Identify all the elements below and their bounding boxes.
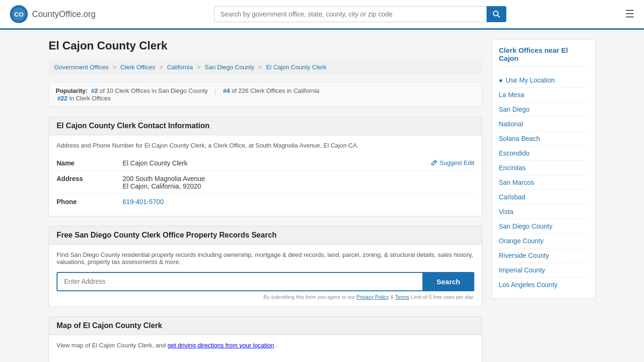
address-value: 200 South Magnolia Avenue El Cajon, Cali…: [123, 175, 474, 190]
property-section: Free San Diego County Clerk Office Prope…: [49, 226, 482, 307]
header-search-input[interactable]: [214, 6, 487, 22]
sidebar: Clerk Offices near El Cajon ● Use My Loc…: [492, 39, 595, 362]
svg-text:CO: CO: [14, 11, 24, 18]
popularity-rank3: #22 in Clerk Offices: [56, 95, 111, 102]
content-area: El Cajon County Clerk Government Offices…: [49, 39, 482, 362]
phone-label: Phone: [57, 198, 123, 206]
header-search-area: [214, 6, 506, 22]
solana-beach-link[interactable]: Solana Beach: [499, 135, 588, 142]
san-diego-link[interactable]: San Diego: [499, 106, 588, 113]
breadcrumb-california[interactable]: California: [167, 64, 193, 71]
edit-icon: [431, 159, 438, 166]
svg-point-3: [494, 11, 498, 16]
sidebar-item-san-diego: San Diego: [499, 102, 588, 117]
header-search-button[interactable]: [487, 6, 506, 22]
popularity-label: Popularity:: [56, 87, 88, 94]
breadcrumb-sep-4: >: [258, 64, 262, 71]
driving-directions-link[interactable]: get driving directions from your locatio…: [167, 342, 274, 349]
suggest-edit-link[interactable]: Suggest Edit: [431, 159, 474, 167]
sidebar-item-imperial-county: Imperial County: [499, 263, 588, 278]
map-description: View map of El Cajon County Clerk, and g…: [57, 342, 474, 349]
breadcrumb-sep-1: >: [113, 64, 116, 71]
address-line2: El Cajon, California, 92020: [123, 182, 474, 190]
contact-row-name: Name El Cajon County Clerk Suggest Edit: [57, 156, 474, 171]
breadcrumb-clerk-offices[interactable]: Clerk Offices: [120, 64, 155, 71]
sidebar-item-los-angeles-county: Los Angeles County: [499, 278, 588, 292]
contact-row-phone: Phone 619-401-5700: [57, 194, 474, 209]
breadcrumb-sep-2: >: [159, 64, 163, 71]
contact-section-header: El Cajon County Clerk Contact Informatio…: [49, 117, 482, 135]
property-section-body: Find San Diego County residential proper…: [49, 245, 482, 306]
los-angeles-county-link[interactable]: Los Angeles County: [499, 281, 588, 288]
contact-row-address: Address 200 South Magnolia Avenue El Caj…: [57, 171, 474, 194]
map-section-header: Map of El Cajon County Clerk: [49, 317, 482, 335]
menu-icon[interactable]: ☰: [625, 8, 635, 20]
sidebar-item-san-diego-county: San Diego County: [499, 219, 588, 234]
terms-link[interactable]: Terms: [395, 294, 409, 300]
contact-table: Name El Cajon County Clerk Suggest Edit …: [57, 156, 474, 209]
map-section-body: View map of El Cajon County Clerk, and g…: [49, 335, 482, 362]
breadcrumb: Government Offices > Clerk Offices > Cal…: [49, 60, 482, 74]
page-title: El Cajon County Clerk: [49, 39, 482, 52]
sidebar-item-use-location: ● Use My Location: [499, 73, 588, 88]
san-marcos-link[interactable]: San Marcos: [499, 179, 588, 186]
la-mesa-link[interactable]: La Mesa: [499, 91, 588, 99]
breadcrumb-el-cajon-clerk[interactable]: El Cajon County Clerk: [266, 64, 326, 71]
sidebar-item-solana-beach: Solana Beach: [499, 132, 588, 146]
breadcrumb-sep-3: >: [197, 64, 201, 71]
site-header: CO CountyOffice.org ☰: [0, 0, 644, 30]
privacy-policy-link[interactable]: Privacy Policy: [356, 294, 388, 300]
svg-line-5: [434, 161, 436, 163]
sidebar-item-san-marcos: San Marcos: [499, 175, 588, 190]
phone-value: 619-401-5700: [123, 198, 474, 206]
breadcrumb-govt-offices[interactable]: Government Offices: [54, 64, 108, 71]
sidebar-box: Clerk Offices near El Cajon ● Use My Loc…: [492, 39, 595, 299]
orange-county-link[interactable]: Orange County: [499, 237, 588, 245]
sidebar-title: Clerk Offices near El Cajon: [499, 46, 588, 66]
vista-link[interactable]: Vista: [499, 208, 588, 215]
search-icon: [493, 10, 500, 18]
logo-icon: CO: [9, 5, 28, 24]
contact-section: El Cajon County Clerk Contact Informatio…: [49, 116, 482, 216]
imperial-county-link[interactable]: Imperial County: [499, 266, 588, 274]
svg-line-4: [498, 16, 500, 18]
sidebar-item-orange-county: Orange County: [499, 234, 588, 248]
name-value: El Cajon County Clerk: [123, 159, 431, 167]
name-label: Name: [57, 159, 123, 167]
address-label: Address: [57, 175, 123, 190]
location-dot-icon: ●: [499, 76, 503, 84]
pop-divider: [215, 88, 215, 95]
contact-section-body: Address and Phone Number for El Cajon Co…: [49, 135, 482, 216]
sidebar-item-encinitas: Encinitas: [499, 161, 588, 175]
sidebar-item-la-mesa: La Mesa: [499, 88, 588, 102]
address-search-input[interactable]: [57, 272, 422, 291]
contact-description: Address and Phone Number for El Cajon Co…: [57, 142, 474, 149]
national-link[interactable]: National: [499, 120, 588, 128]
sidebar-item-carlsbad: Carlsbad: [499, 190, 588, 205]
address-line1: 200 South Magnolia Avenue: [123, 175, 474, 182]
breadcrumb-san-diego-county[interactable]: San Diego County: [205, 64, 255, 71]
riverside-county-link[interactable]: Riverside County: [499, 252, 588, 259]
escondido-link[interactable]: Escondido: [499, 149, 588, 157]
logo-text: CountyOffice.org: [32, 9, 96, 19]
popularity-rank2: #4 of 226 Clerk Offices in California: [223, 87, 319, 94]
property-description: Find San Diego County residential proper…: [57, 251, 474, 265]
popularity-rank1: #2 of 10 Clerk Offices in San Diego Coun…: [90, 87, 210, 94]
map-section: Map of El Cajon County Clerk View map of…: [49, 316, 482, 362]
popularity-bar: Popularity: #2 of 10 Clerk Offices in Sa…: [49, 82, 482, 107]
phone-link[interactable]: 619-401-5700: [123, 198, 164, 206]
logo-area: CO CountyOffice.org: [9, 5, 96, 24]
main-container: El Cajon County Clerk Government Offices…: [39, 39, 605, 362]
use-location-link[interactable]: ● Use My Location: [499, 76, 588, 84]
sidebar-item-national: National: [499, 117, 588, 132]
terms-text: By submitting this form you agree to our…: [57, 294, 474, 300]
property-section-header: Free San Diego County Clerk Office Prope…: [49, 226, 482, 245]
encinitas-link[interactable]: Encinitas: [499, 164, 588, 172]
sidebar-item-riverside-county: Riverside County: [499, 248, 588, 263]
sidebar-item-escondido: Escondido: [499, 146, 588, 161]
property-search-button[interactable]: Search: [422, 272, 474, 291]
carlsbad-link[interactable]: Carlsbad: [499, 193, 588, 201]
san-diego-county-link[interactable]: San Diego County: [499, 222, 588, 230]
sidebar-item-vista: Vista: [499, 205, 588, 219]
property-search-row: Search: [57, 272, 474, 291]
